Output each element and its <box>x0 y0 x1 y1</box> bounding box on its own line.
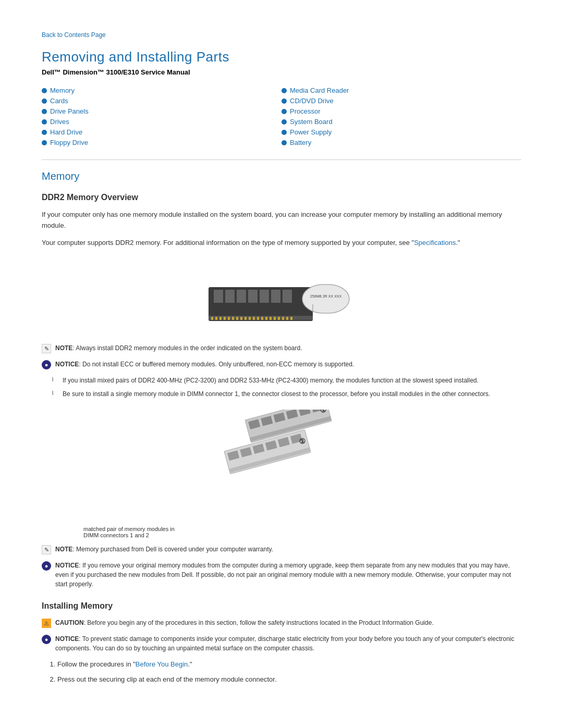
nav-col-right: Media Card Reader CD/DVD Drive Processor… <box>282 87 521 149</box>
nav-item-battery[interactable]: Battery <box>282 139 521 146</box>
installing-steps-list: Follow the procedures in "Before You Beg… <box>57 659 521 685</box>
dimm-caption: matched pair of memory modules in DIMM c… <box>83 526 521 538</box>
note-2-label: NOTE <box>55 546 72 553</box>
note-2-box: ✎ NOTE: Memory purchased from Dell is co… <box>42 545 521 554</box>
nav-dot-processor <box>282 109 287 114</box>
before-you-begin-link[interactable]: Before You Begin <box>136 660 188 668</box>
contact-16 <box>274 317 276 320</box>
ram-chip-3 <box>237 290 246 303</box>
caution-text: CAUTION: Before you begin any of the pro… <box>55 618 434 627</box>
memory-section-title: Memory <box>42 170 521 182</box>
nav-item-floppy-drive[interactable]: Floppy Drive <box>42 139 282 146</box>
memory-module-image-container: 256MB 2R XX XXX <box>42 258 521 333</box>
nav-link-drives[interactable]: Drives <box>50 118 69 126</box>
note-1-text: NOTE: Always install DDR2 memory modules… <box>55 343 302 353</box>
bullet-item-1: If you install mixed pairs of DDR2 400-M… <box>57 376 521 386</box>
nav-link-cards[interactable]: Cards <box>50 97 68 105</box>
nav-link-system-board[interactable]: System Board <box>290 118 333 126</box>
notice-circle-icon-1: ● <box>42 360 51 369</box>
nav-link-processor[interactable]: Processor <box>290 107 321 115</box>
ddr2-para2-text-start: Your computer supports DDR2 memory. For … <box>42 239 414 246</box>
nav-dot-media-card-reader <box>282 88 287 93</box>
notice-2-box: ● NOTICE: If you remove your original me… <box>42 561 521 589</box>
note-2-content: Memory purchased from Dell is covered un… <box>76 546 273 553</box>
contact-8 <box>240 317 242 320</box>
contact-12 <box>257 317 259 320</box>
contact-10 <box>249 317 251 320</box>
install-step-1-text-end: ." <box>188 660 192 668</box>
notice-2-label: NOTICE <box>55 562 79 569</box>
nav-links: Memory Cards Drive Panels Drives Hard Dr… <box>42 87 521 149</box>
nav-item-media-card-reader[interactable]: Media Card Reader <box>282 87 521 94</box>
dimm-image-container: ① ② <box>42 410 521 521</box>
notice-1-box: ● NOTICE: Do not install ECC or buffered… <box>42 360 521 369</box>
contact-7 <box>236 317 238 320</box>
note-pencil-icon-2: ✎ <box>42 545 51 554</box>
nav-item-cd-dvd-drive[interactable]: CD/DVD Drive <box>282 97 521 105</box>
nav-dot-cards <box>42 98 47 104</box>
contact-5 <box>228 317 230 320</box>
dimm-caption-line2: DIMM connectors 1 and 2 <box>83 532 149 538</box>
install-notice-circle-icon: ● <box>42 635 51 644</box>
nav-dot-system-board <box>282 119 287 125</box>
ddr2-bullet-list: If you install mixed pairs of DDR2 400-M… <box>57 376 521 399</box>
nav-item-drives[interactable]: Drives <box>42 118 282 126</box>
nav-dot-power-supply <box>282 130 287 135</box>
nav-dot-drive-panels <box>42 109 47 114</box>
install-notice-text: NOTICE: To prevent static damage to comp… <box>55 634 521 653</box>
install-notice-content: To prevent static damage to components i… <box>55 635 515 652</box>
nav-dot-cd-dvd-drive <box>282 98 287 104</box>
ddr2-overview-title: DDR2 Memory Overview <box>42 193 521 202</box>
nav-link-floppy-drive[interactable]: Floppy Drive <box>50 139 88 146</box>
page-title: Removing and Installing Parts <box>42 49 521 65</box>
caution-warning-icon: ⚠ <box>42 619 51 628</box>
nav-dot-floppy-drive <box>42 140 47 145</box>
nav-link-drive-panels[interactable]: Drive Panels <box>50 107 89 115</box>
nav-dot-hard-drive <box>42 130 47 135</box>
note-pencil-icon-1: ✎ <box>42 344 51 353</box>
dimm-modules-svg: ① ② <box>203 410 360 519</box>
nav-item-drive-panels[interactable]: Drive Panels <box>42 107 282 115</box>
note-1-label: NOTE <box>55 344 72 352</box>
nav-dot-battery <box>282 140 287 145</box>
bullet-item-2: Be sure to install a single memory modul… <box>57 389 521 399</box>
note-1-content: Always install DDR2 memory modules in th… <box>76 344 302 352</box>
chip-label-text: 256MB 2R XX XXX <box>310 294 342 298</box>
notice-1-content: Do not install ECC or buffered memory mo… <box>82 361 354 368</box>
nav-item-memory[interactable]: Memory <box>42 87 282 94</box>
notice-circle-icon-2: ● <box>42 561 51 571</box>
nav-link-battery[interactable]: Battery <box>290 139 311 146</box>
install-step-2: Press out the securing clip at each end … <box>57 674 521 685</box>
caution-box: ⚠ CAUTION: Before you begin any of the p… <box>42 618 521 628</box>
contact-19 <box>286 317 288 320</box>
nav-item-cards[interactable]: Cards <box>42 97 282 105</box>
specifications-link[interactable]: Specifications <box>414 239 456 246</box>
install-notice-label: NOTICE <box>55 635 79 643</box>
contact-20 <box>290 317 292 320</box>
nav-link-memory[interactable]: Memory <box>50 87 75 94</box>
nav-item-hard-drive[interactable]: Hard Drive <box>42 128 282 136</box>
nav-link-power-supply[interactable]: Power Supply <box>290 128 332 136</box>
ddr2-para2: Your computer supports DDR2 memory. For … <box>42 238 521 249</box>
install-notice-box: ● NOTICE: To prevent static damage to co… <box>42 634 521 653</box>
nav-item-processor[interactable]: Processor <box>282 107 521 115</box>
nav-dot-drives <box>42 119 47 125</box>
note-2-text: NOTE: Memory purchased from Dell is cove… <box>55 545 273 554</box>
ddr2-para1: If your computer only has one memory mod… <box>42 209 521 231</box>
install-step-1-text-start: Follow the procedures in " <box>57 660 136 668</box>
nav-link-hard-drive[interactable]: Hard Drive <box>50 128 82 136</box>
back-to-contents-link[interactable]: Back to Contents Page <box>42 31 521 39</box>
contact-15 <box>270 317 272 320</box>
note-1-box: ✎ NOTE: Always install DDR2 memory modul… <box>42 343 521 353</box>
nav-link-cd-dvd-drive[interactable]: CD/DVD Drive <box>290 97 334 105</box>
ram-chip-1 <box>214 290 223 303</box>
nav-link-media-card-reader[interactable]: Media Card Reader <box>290 87 349 94</box>
nav-item-system-board[interactable]: System Board <box>282 118 521 126</box>
page-subtitle: Dell™ Dimension™ 3100/E310 Service Manua… <box>42 68 521 76</box>
nav-item-power-supply[interactable]: Power Supply <box>282 128 521 136</box>
ram-chip-2 <box>225 290 235 303</box>
contact-6 <box>232 317 234 320</box>
dimm-caption-line1: matched pair of memory modules in <box>83 526 175 532</box>
installing-memory-title: Installing Memory <box>42 601 521 611</box>
caution-label: CAUTION <box>55 619 84 626</box>
